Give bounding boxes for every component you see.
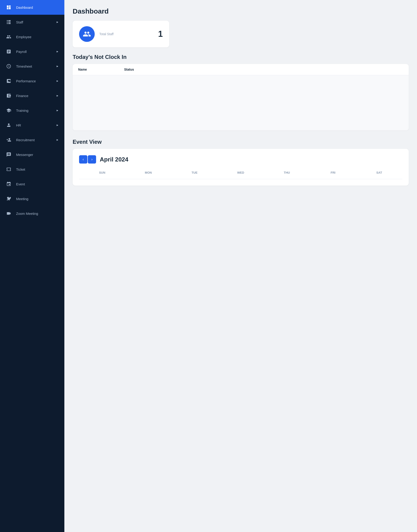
sidebar-item-event-label: Event [16,182,59,186]
staff-arrow-icon: ► [56,21,59,24]
total-staff-icon [83,30,91,38]
sidebar-item-recruitment-label: Recruitment [16,138,52,142]
recruitment-arrow-icon: ► [56,138,59,141]
event-icon [6,181,12,187]
sidebar-item-payroll-label: Payroll [16,50,52,53]
messenger-icon [6,151,12,158]
calendar-card: ‹ › April 2024 SUN MON TUE WED THU FRI S… [73,149,409,186]
total-staff-icon-circle [79,26,95,42]
event-view-section: Event View ‹ › April 2024 SUN MON TUE WE… [73,139,409,186]
total-staff-label: Total Staff [99,32,114,36]
sidebar-item-employee[interactable]: Employee [0,30,64,44]
sidebar-item-zoom-meeting[interactable]: Zoom Meeting [0,206,64,221]
total-staff-card: Total Staff 1 [73,21,169,47]
sidebar-item-hr[interactable]: HR ► [0,118,64,132]
timesheet-arrow-icon: ► [56,65,59,68]
sidebar-item-zoom-meeting-label: Zoom Meeting [16,212,59,215]
sidebar-item-employee-label: Employee [16,35,59,39]
calendar-day-tue: TUE [171,169,218,176]
training-arrow-icon: ► [56,109,59,112]
calendar-prev-button[interactable]: ‹ [79,155,87,164]
sidebar-item-finance[interactable]: Finance ► [0,88,64,103]
calendar-nav-buttons: ‹ › [79,155,96,164]
calendar-day-sun: SUN [79,169,125,176]
total-staff-value: 1 [158,30,163,38]
sidebar-item-training[interactable]: Training ► [0,103,64,118]
sidebar-item-ticket[interactable]: Ticket [0,162,64,177]
sidebar-item-payroll[interactable]: Payroll ► [0,44,64,59]
payroll-arrow-icon: ► [56,50,59,53]
sidebar-item-meeting[interactable]: Meeting [0,191,64,206]
calendar-day-fri: FRI [310,169,356,176]
sidebar-item-messenger[interactable]: Messenger [0,147,64,162]
sidebar-item-performance-label: Performance [16,79,52,83]
finance-arrow-icon: ► [56,94,59,97]
calendar-day-thu: THU [264,169,310,176]
not-clock-in-table: Name Status [73,64,409,130]
not-clock-in-title: Today's Not Clock In [73,54,409,60]
calendar-nav: ‹ › April 2024 [79,155,402,164]
main-content: Dashboard Total Staff 1 Today's Not Cloc… [64,0,417,532]
meeting-icon [6,195,12,202]
sidebar-item-finance-label: Finance [16,94,52,98]
sidebar-item-hr-label: HR [16,123,52,127]
sidebar-item-recruitment[interactable]: Recruitment ► [0,132,64,147]
calendar-month: April 2024 [100,156,128,163]
calendar-day-mon: MON [125,169,171,176]
table-header-name: Name [78,68,115,71]
dashboard-icon [6,4,12,11]
sidebar-item-dashboard[interactable]: Dashboard [0,0,64,15]
zoom-icon [6,210,12,217]
sidebar-item-performance[interactable]: Performance ► [0,74,64,88]
sidebar-item-staff[interactable]: Staff ► [0,15,64,30]
employee-icon [6,33,12,40]
sidebar-item-staff-label: Staff [16,20,52,24]
page-title: Dashboard [73,7,409,15]
training-icon [6,107,12,114]
table-header-status: Status [124,68,161,71]
performance-arrow-icon: ► [56,79,59,83]
sidebar-item-messenger-label: Messenger [16,153,59,157]
calendar-day-sat: SAT [356,169,402,176]
stats-info: Total Staff [99,32,114,36]
hr-arrow-icon: ► [56,124,59,127]
performance-icon [6,78,12,84]
sidebar-item-ticket-label: Ticket [16,168,59,171]
table-header: Name Status [73,64,409,75]
table-body [73,75,409,130]
calendar-next-button[interactable]: › [88,155,96,164]
sidebar-item-timesheet-label: Timesheet [16,64,52,68]
staff-icon [6,19,12,25]
timesheet-icon [6,63,12,69]
event-view-title: Event View [73,139,409,145]
sidebar-item-meeting-label: Meeting [16,197,59,201]
recruitment-icon [6,137,12,143]
ticket-icon [6,166,12,172]
finance-icon [6,93,12,99]
payroll-icon [6,48,12,55]
sidebar-item-training-label: Training [16,108,52,112]
hr-icon [6,122,12,128]
sidebar-item-dashboard-label: Dashboard [16,6,59,10]
sidebar-item-timesheet[interactable]: Timesheet ► [0,59,64,74]
sidebar: Dashboard Staff ► Employee Payroll ► [0,0,64,532]
calendar-day-wed: WED [218,169,264,176]
calendar-days-header: SUN MON TUE WED THU FRI SAT [79,169,402,179]
sidebar-item-event[interactable]: Event [0,177,64,191]
